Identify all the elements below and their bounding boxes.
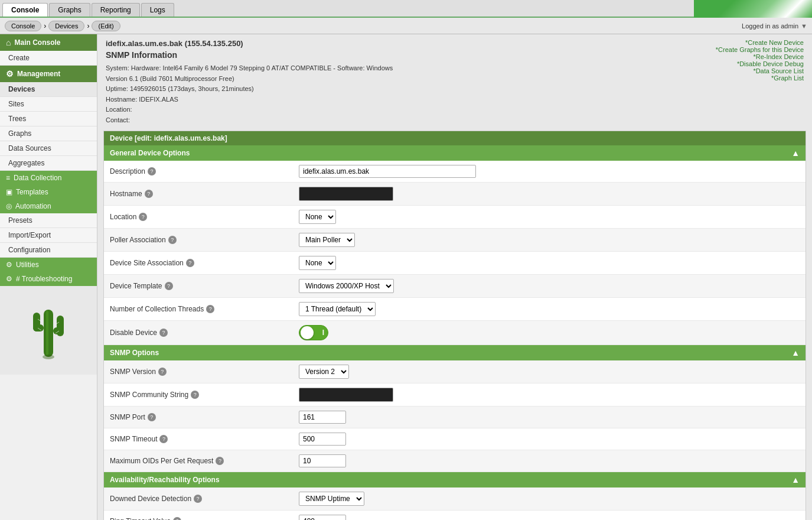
disable-device-toggle-container: I (299, 325, 328, 340)
sidebar-item-aggregates[interactable]: Aggregates (0, 156, 97, 171)
general-options-arrow[interactable]: ▲ (791, 148, 800, 158)
sidebar-templates[interactable]: ▣ Templates (0, 185, 97, 199)
sidebar-automation[interactable]: ◎ Automation (0, 199, 97, 213)
snmp-port-label: SNMP Port ? (110, 413, 299, 421)
poller-select[interactable]: Main Poller (299, 233, 355, 247)
max-oids-input[interactable] (299, 454, 346, 467)
breadcrumb-sep: › (44, 22, 46, 30)
hostname-row: Hostname ? (104, 183, 806, 206)
site-select[interactable]: None (299, 256, 336, 270)
breadcrumb-user: Logged in as admin ▼ (742, 22, 807, 30)
sidebar-item-presets[interactable]: Presets (0, 213, 97, 228)
snmp-options-arrow[interactable]: ▲ (791, 348, 800, 358)
sidebar-item-sites[interactable]: Sites (0, 97, 97, 112)
downed-device-label: Downed Device Detection ? (110, 495, 299, 503)
hostname-input[interactable] (299, 187, 393, 201)
template-help[interactable]: ? (165, 282, 173, 290)
sidebar-item-graphs[interactable]: Graphs (0, 126, 97, 141)
location-label: Location ? (110, 213, 299, 221)
ping-timeout-help[interactable]: ? (173, 517, 181, 520)
description-help[interactable]: ? (148, 167, 156, 176)
disable-device-help[interactable]: ? (159, 329, 168, 337)
management-icon: ⚙ (6, 69, 14, 79)
device-version: Version 6.1 (Build 7601 Multiprocessor F… (106, 74, 686, 84)
general-options-header: General Device Options ▲ (104, 145, 806, 161)
max-oids-help[interactable]: ? (216, 457, 224, 465)
graph-list-link[interactable]: *Graph List (702, 74, 804, 82)
tab-logs[interactable]: Logs (141, 3, 174, 17)
snmp-version-help[interactable]: ? (158, 368, 167, 376)
device-title: SNMP Information (106, 50, 686, 60)
snmp-community-row: SNMP Community String ? (104, 384, 806, 407)
snmp-timeout-help[interactable]: ? (159, 435, 168, 443)
max-oids-label: Maximum OIDs Per Get Request ? (110, 457, 299, 465)
snmp-timeout-input[interactable] (299, 433, 346, 446)
downed-device-help[interactable]: ? (194, 495, 202, 503)
sidebar-data-collection[interactable]: ≡ Data Collection (0, 171, 97, 185)
create-new-device-link[interactable]: *Create New Device (702, 39, 804, 46)
sidebar-create[interactable]: Create (0, 51, 97, 66)
svg-point-6 (43, 355, 54, 359)
template-select[interactable]: Windows 2000/XP Host (299, 279, 394, 293)
availability-arrow[interactable]: ▲ (791, 475, 800, 485)
sidebar-item-data-sources[interactable]: Data Sources (0, 141, 97, 156)
downed-device-row: Downed Device Detection ? SNMP Uptime (104, 488, 806, 511)
snmp-version-select[interactable]: Version 2 (299, 365, 349, 379)
sidebar-item-trees[interactable]: Trees (0, 112, 97, 126)
sidebar: ⌂ Main Console Create ⚙ Management Devic… (0, 34, 97, 520)
description-input[interactable] (299, 165, 476, 178)
sidebar-item-import-export[interactable]: Import/Export (0, 228, 97, 243)
template-row: Device Template ? Windows 2000/XP Host (104, 275, 806, 298)
ping-timeout-input[interactable] (299, 515, 346, 520)
create-graphs-link[interactable]: *Create Graphs for this Device (702, 46, 804, 53)
breadcrumb-devices[interactable]: Devices (48, 21, 84, 31)
tab-console[interactable]: Console (2, 3, 48, 17)
top-nav: Console Graphs Reporting Logs (0, 0, 812, 18)
snmp-port-help[interactable]: ? (148, 413, 156, 421)
sidebar-management[interactable]: ⚙ Management (0, 66, 97, 82)
device-edit-header: Device [edit: idefix.alas.um.es.bak] (104, 131, 806, 145)
disable-device-debug-link[interactable]: *Disable Device Debug (702, 60, 804, 67)
device-location: Location: (106, 105, 686, 115)
sidebar-item-configuration[interactable]: Configuration (0, 243, 97, 258)
troubleshooting-icon: ⚙ (6, 275, 12, 283)
poller-label: Poller Association ? (110, 236, 299, 244)
sidebar-troubleshooting[interactable]: ⚙ # Troubleshooting (0, 272, 97, 286)
threads-select[interactable]: 1 Thread (default) (299, 302, 376, 316)
templates-icon: ▣ (6, 188, 12, 196)
tab-reporting[interactable]: Reporting (92, 3, 140, 17)
snmp-community-help[interactable]: ? (191, 391, 199, 399)
hostname-help[interactable]: ? (145, 190, 153, 198)
snmp-version-label: SNMP Version ? (110, 368, 299, 376)
breadcrumb-console[interactable]: Console (5, 21, 41, 31)
breadcrumb-bar: Console › Devices › (Edit) Logged in as … (0, 18, 812, 34)
sidebar-main-console[interactable]: ⌂ Main Console (0, 34, 97, 51)
toggle-knob (301, 326, 314, 339)
threads-help[interactable]: ? (206, 305, 214, 313)
snmp-port-input[interactable] (299, 411, 346, 424)
template-label: Device Template ? (110, 282, 299, 290)
location-help[interactable]: ? (139, 213, 147, 221)
snmp-version-row: SNMP Version ? Version 2 (104, 360, 806, 384)
svg-rect-4 (57, 316, 64, 336)
sidebar-utilities[interactable]: ⚙ Utilities (0, 258, 97, 272)
user-dropdown-arrow[interactable]: ▼ (801, 22, 807, 30)
breadcrumb-edit[interactable]: (Edit) (92, 21, 120, 31)
downed-device-select[interactable]: SNMP Uptime (299, 492, 364, 506)
site-help[interactable]: ? (186, 259, 194, 267)
poller-help[interactable]: ? (168, 236, 177, 244)
device-edit-form: Device [edit: idefix.alas.um.es.bak] Gen… (103, 131, 806, 520)
device-hostname-label: Hostname: IDEFIX.ALAS (106, 95, 686, 105)
device-uptime: Uptime: 1495926015 (173days, 3hours, 21m… (106, 84, 686, 95)
tab-graphs[interactable]: Graphs (49, 3, 90, 17)
sidebar-item-devices[interactable]: Devices (0, 82, 97, 97)
disable-device-toggle[interactable]: I (299, 325, 328, 340)
snmp-community-input[interactable] (299, 388, 393, 402)
re-index-link[interactable]: *Re-Index Device (702, 53, 804, 60)
location-select[interactable]: None (299, 210, 336, 224)
snmp-port-row: SNMP Port ? (104, 407, 806, 428)
data-source-list-link[interactable]: *Data Source List (702, 67, 804, 74)
max-oids-row: Maximum OIDs Per Get Request ? (104, 450, 806, 472)
top-content: idefix.alas.um.es.bak (155.54.135.250) S… (97, 34, 812, 131)
toggle-on-indicator: I (322, 329, 324, 337)
